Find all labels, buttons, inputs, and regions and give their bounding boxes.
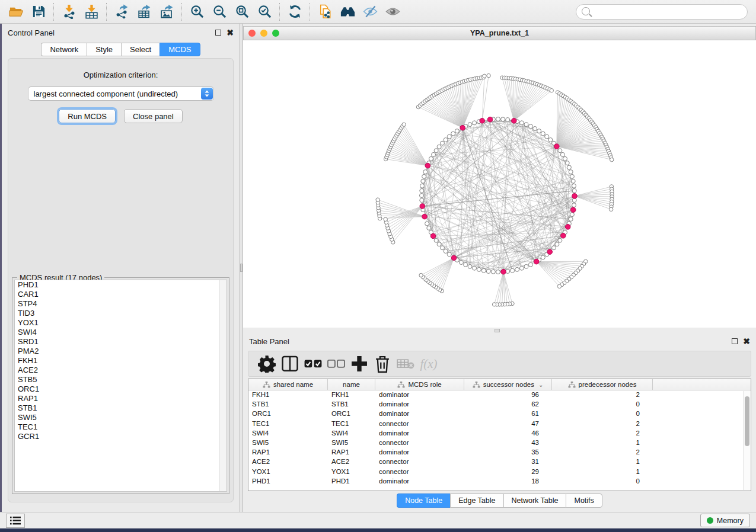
table-cell[interactable]: dominator	[375, 477, 464, 486]
table-cell[interactable]: 96	[464, 390, 552, 400]
network-node[interactable]	[555, 242, 559, 246]
table-scrollbar[interactable]	[743, 391, 750, 490]
mcds-result-item[interactable]: GCR1	[15, 432, 227, 441]
close-panel-icon[interactable]: ✖	[227, 30, 234, 36]
table-cell[interactable]: dominator	[375, 409, 464, 419]
table-cell[interactable]: SWI4	[248, 429, 328, 438]
network-satellite-node[interactable]	[610, 158, 614, 161]
network-node[interactable]	[437, 145, 441, 149]
table-cell[interactable]: RAP1	[248, 448, 328, 457]
network-dominator-node[interactable]	[501, 269, 506, 274]
mcds-result-item[interactable]: RAP1	[15, 394, 227, 403]
network-node[interactable]	[434, 238, 438, 242]
network-node[interactable]	[491, 270, 495, 274]
table-cell[interactable]: ORC1	[328, 409, 375, 419]
table-settings-gear-icon[interactable]	[258, 355, 276, 373]
network-satellite-node[interactable]	[384, 217, 387, 221]
save-icon[interactable]	[27, 2, 50, 22]
network-node[interactable]	[477, 267, 481, 271]
table-row[interactable]: ACE2ACE2connector311	[248, 457, 751, 467]
network-node[interactable]	[528, 124, 532, 129]
table-cell[interactable]: SWI5	[248, 438, 328, 448]
table-row[interactable]: RAP1RAP1dominator352	[248, 448, 751, 457]
table-cell[interactable]: STB1	[248, 400, 328, 409]
tab-network[interactable]: Network	[41, 43, 87, 56]
network-node[interactable]	[519, 121, 524, 125]
network-node[interactable]	[451, 132, 455, 136]
table-cell[interactable]: 46	[464, 429, 552, 438]
network-node[interactable]	[423, 170, 428, 174]
network-satellite-node[interactable]	[402, 123, 406, 126]
tab-select[interactable]: Select	[121, 43, 160, 56]
export-table-icon[interactable]	[133, 2, 155, 22]
network-node[interactable]	[468, 264, 472, 268]
mcds-result-item[interactable]: ORC1	[15, 384, 227, 394]
table-cell[interactable]: 2	[552, 448, 653, 457]
optimization-criterion-select[interactable]: largest connected component (undirected)	[28, 86, 214, 101]
open-folder-icon[interactable]	[5, 2, 27, 22]
network-node[interactable]	[434, 149, 438, 153]
network-node[interactable]	[486, 270, 490, 274]
network-satellite-node[interactable]	[557, 284, 561, 288]
tab-network-table[interactable]: Network Table	[503, 493, 566, 508]
tab-style[interactable]: Style	[87, 43, 121, 56]
network-node[interactable]	[437, 242, 441, 246]
network-node[interactable]	[501, 117, 505, 121]
network-node[interactable]	[570, 174, 574, 178]
network-node[interactable]	[528, 262, 532, 267]
table-cell[interactable]: TEC1	[328, 419, 375, 429]
table-cell[interactable]: PHD1	[248, 477, 328, 486]
network-node[interactable]	[506, 270, 510, 274]
column-header-successor-nodes[interactable]: successor nodes⌄	[464, 379, 552, 390]
zoom-selected-icon[interactable]	[253, 2, 276, 22]
network-dominator-node[interactable]	[430, 233, 436, 239]
network-satellite-node[interactable]	[609, 207, 613, 211]
tab-motifs[interactable]: Motifs	[566, 493, 602, 508]
network-node[interactable]	[567, 165, 571, 169]
network-node[interactable]	[420, 194, 424, 198]
table-cell[interactable]: 1	[552, 457, 653, 467]
network-node[interactable]	[571, 179, 575, 183]
network-node[interactable]	[552, 246, 556, 250]
network-node[interactable]	[565, 161, 569, 165]
network-dominator-node[interactable]	[480, 118, 485, 124]
table-cell[interactable]: connector	[375, 457, 464, 467]
export-image-icon[interactable]	[155, 2, 178, 22]
close-panel-button[interactable]: Close panel	[124, 109, 183, 123]
import-table-icon[interactable]	[80, 2, 103, 22]
table-cell[interactable]: 0	[552, 477, 653, 486]
network-node[interactable]	[524, 123, 528, 127]
network-node[interactable]	[464, 262, 468, 267]
network-node[interactable]	[515, 267, 519, 271]
network-node[interactable]	[541, 132, 545, 136]
table-row[interactable]: SWI4SWI4dominator462	[248, 429, 751, 438]
network-node[interactable]	[473, 121, 477, 125]
add-column-icon[interactable]	[350, 355, 368, 373]
network-dominator-node[interactable]	[561, 233, 566, 239]
network-node[interactable]	[560, 152, 564, 156]
mcds-result-item[interactable]: TID3	[15, 309, 227, 318]
table-cell[interactable]: 29	[464, 467, 552, 477]
splitter-handle[interactable]	[240, 264, 243, 272]
network-node[interactable]	[563, 156, 567, 161]
network-node[interactable]	[429, 156, 433, 161]
mcds-result-item[interactable]: SWI4	[15, 328, 227, 337]
network-satellite-node[interactable]	[376, 198, 379, 201]
tab-mcds[interactable]: MCDS	[160, 43, 200, 56]
task-history-list-button[interactable]	[6, 514, 25, 528]
mcds-result-item[interactable]: FKH1	[15, 356, 227, 366]
network-node[interactable]	[570, 213, 574, 217]
unselect-all-columns-icon[interactable]	[327, 355, 345, 373]
network-node[interactable]	[420, 188, 424, 193]
network-node[interactable]	[444, 138, 448, 142]
network-node[interactable]	[422, 174, 426, 178]
network-node[interactable]	[569, 170, 573, 174]
column-header-predecessor-nodes[interactable]: predecessor nodes	[552, 379, 653, 390]
network-node[interactable]	[427, 226, 431, 230]
table-cell[interactable]: dominator	[375, 448, 464, 457]
import-network-icon[interactable]	[58, 2, 80, 22]
table-cell[interactable]: YOX1	[248, 467, 328, 477]
table-cell[interactable]: 0	[552, 409, 653, 419]
network-node[interactable]	[481, 268, 486, 273]
network-node[interactable]	[506, 118, 510, 122]
